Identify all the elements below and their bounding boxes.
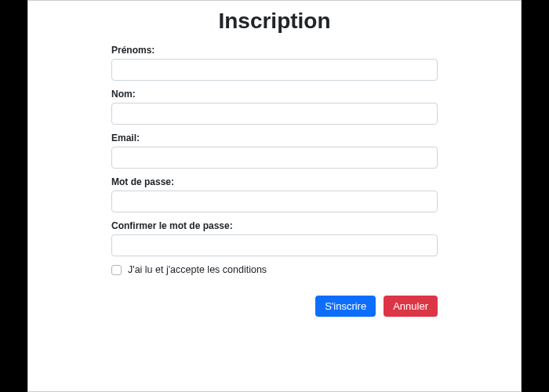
label-password: Mot de passe: bbox=[111, 176, 438, 187]
form-container: Inscription Prénoms: Nom: Email: Mot de … bbox=[111, 9, 438, 317]
page-frame: Inscription Prénoms: Nom: Email: Mot de … bbox=[27, 0, 522, 392]
submit-button[interactable]: S'inscrire bbox=[315, 296, 376, 317]
page-title: Inscription bbox=[111, 9, 438, 34]
input-confirm-password[interactable] bbox=[111, 234, 438, 256]
field-password: Mot de passe: bbox=[111, 176, 438, 212]
label-confirm-password: Confirmer le mot de passe: bbox=[111, 220, 438, 231]
button-row: S'inscrire Annuler bbox=[111, 296, 438, 317]
label-terms[interactable]: J'ai lu et j'accepte les conditions bbox=[128, 264, 267, 275]
field-firstname: Prénoms: bbox=[111, 45, 438, 81]
input-password[interactable] bbox=[111, 191, 438, 212]
input-email[interactable] bbox=[111, 147, 438, 169]
input-lastname[interactable] bbox=[111, 103, 438, 125]
label-firstname: Prénoms: bbox=[111, 45, 438, 56]
cancel-button[interactable]: Annuler bbox=[384, 296, 438, 317]
field-email: Email: bbox=[111, 132, 438, 169]
label-lastname: Nom: bbox=[111, 89, 438, 100]
label-email: Email: bbox=[111, 132, 438, 143]
terms-group: J'ai lu et j'accepte les conditions bbox=[111, 264, 438, 275]
checkbox-terms[interactable] bbox=[111, 265, 122, 275]
field-lastname: Nom: bbox=[111, 89, 438, 125]
field-confirm-password: Confirmer le mot de passe: bbox=[111, 220, 438, 256]
input-firstname[interactable] bbox=[111, 59, 438, 81]
